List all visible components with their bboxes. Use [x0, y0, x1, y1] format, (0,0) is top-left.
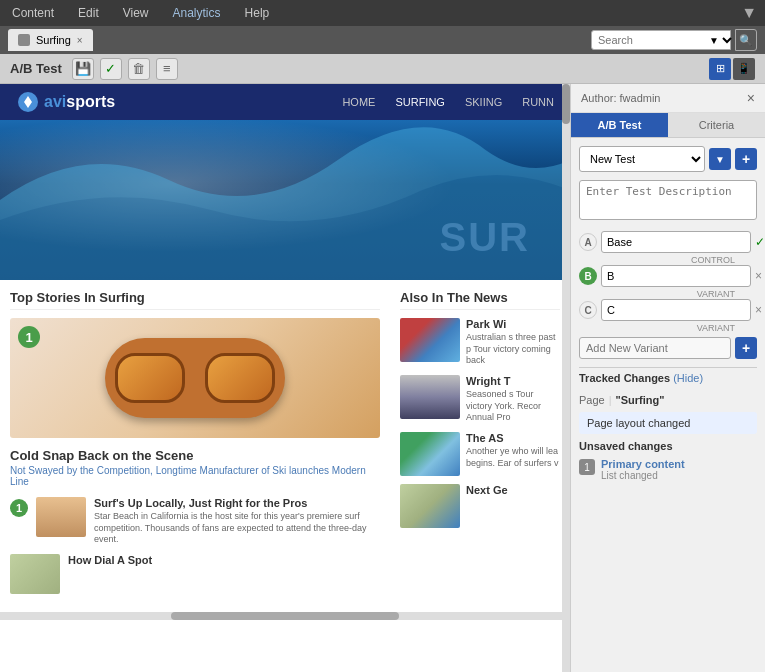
variant-c-input[interactable] — [601, 299, 751, 321]
small-text-1: Star Beach in California is the host sit… — [94, 511, 380, 546]
vertical-scrollbar[interactable] — [562, 84, 570, 672]
page-divider: | — [609, 394, 612, 406]
goggles-image — [10, 318, 380, 438]
hero-text: SUR — [440, 215, 530, 260]
search-dropdown[interactable]: ▼ — [705, 29, 735, 51]
right-article-3: The AS Another ye who will lea begins. E… — [400, 432, 560, 476]
unsaved-sub: List changed — [601, 470, 685, 481]
nav-surfing[interactable]: SURFING — [395, 96, 445, 108]
nav-home[interactable]: HOME — [342, 96, 375, 108]
desktop-view-icon[interactable]: ⊞ — [709, 58, 731, 80]
panel-tabs: A/B Test Criteria — [571, 113, 765, 138]
dropdown-button[interactable]: ▼ — [709, 148, 731, 170]
add-variant-row: + — [579, 337, 757, 359]
right-content-3: The AS Another ye who will lea begins. E… — [466, 432, 560, 476]
test-selector-row: New Test ▼ + — [579, 146, 757, 172]
horizontal-scrollbar[interactable] — [0, 612, 570, 620]
tab-ab-test[interactable]: A/B Test — [571, 113, 668, 137]
menu-view[interactable]: View — [119, 4, 153, 22]
add-variant-button[interactable]: + — [735, 337, 757, 359]
variant-b-badge: B — [579, 267, 597, 285]
variant-a-input[interactable] — [601, 231, 751, 253]
layout-button[interactable]: ≡ — [156, 58, 178, 80]
ab-test-label: A/B Test — [10, 61, 62, 76]
tab-criteria[interactable]: Criteria — [668, 113, 765, 137]
unsaved-content: Primary content List changed — [601, 458, 685, 481]
right-panel: Author: fwadmin × A/B Test Criteria New … — [570, 84, 765, 672]
hero-image: SUR — [0, 120, 570, 280]
view-icons: ⊞ 📱 — [709, 58, 755, 80]
windsurfer-image-1 — [400, 318, 460, 362]
scroll-thumb[interactable] — [562, 84, 570, 124]
panel-close-button[interactable]: × — [747, 90, 755, 106]
tab-close-icon[interactable]: × — [77, 35, 83, 46]
main-article-title: Cold Snap Back on the Scene — [10, 448, 380, 463]
small-article-1: 1 Surf's Up Locally, Just Right for the … — [10, 497, 380, 546]
right-content-1: Park Wi Australian s three past p Tour v… — [466, 318, 560, 367]
menu-bar-right: ▼ — [741, 4, 757, 22]
content-right: Also In The News Park Wi Australian s th… — [400, 290, 560, 602]
horizontal-scroll-thumb[interactable] — [171, 612, 399, 620]
person-image — [36, 497, 86, 537]
right-img-1 — [400, 318, 460, 362]
content-body: Top Stories In Surfing 1 Cold Snap Back … — [0, 280, 570, 612]
small-title-2: How Dial A Spot — [68, 554, 380, 566]
nav-running[interactable]: RUNN — [522, 96, 554, 108]
panel-header: Author: fwadmin × — [571, 84, 765, 113]
page-name: "Surfing" — [616, 394, 665, 406]
variant-a-label: CONTROL — [579, 255, 757, 265]
tab-bar-right: ▼ 🔍 — [591, 29, 757, 51]
panel-content: New Test ▼ + A ✓ CONTROL B — [571, 138, 765, 672]
right-title-3: The AS — [466, 432, 560, 444]
search-icon: 🔍 — [739, 34, 753, 47]
right-title-2: Wright T — [466, 375, 560, 387]
approve-button[interactable]: ✓ — [100, 58, 122, 80]
save-button[interactable]: 💾 — [72, 58, 94, 80]
surfing-tab[interactable]: Surfing × — [8, 29, 93, 51]
tab-favicon — [18, 34, 30, 46]
mobile-view-icon[interactable]: 📱 — [733, 58, 755, 80]
small-img-2 — [10, 554, 60, 594]
right-section-title: Also In The News — [400, 290, 560, 310]
site-header: avisports HOME SURFING SKIING RUNN — [0, 84, 570, 120]
toolbar: A/B Test 💾 ✓ 🗑 ≡ ⊞ 📱 — [0, 54, 765, 84]
menu-help[interactable]: Help — [241, 4, 274, 22]
right-article-1: Park Wi Australian s three past p Tour v… — [400, 318, 560, 367]
menu-indicator-icon: ▼ — [741, 4, 757, 21]
tab-label: Surfing — [36, 34, 71, 46]
page-label: Page — [579, 394, 605, 406]
delete-button[interactable]: 🗑 — [128, 58, 150, 80]
right-text-3: Another ye who will lea begins. Ear of s… — [466, 446, 560, 469]
test-select[interactable]: New Test — [579, 146, 705, 172]
variant-c-row: C × — [579, 299, 757, 321]
site-logo: avisports — [16, 90, 115, 114]
small-img-1 — [36, 497, 86, 537]
tracked-changes-header: Tracked Changes (Hide) — [579, 367, 757, 388]
search-button[interactable]: 🔍 — [735, 29, 757, 51]
add-variant-input[interactable] — [579, 337, 731, 359]
small-content-1: Surf's Up Locally, Just Right for the Pr… — [94, 497, 380, 546]
boards-image — [400, 375, 460, 419]
add-test-button[interactable]: + — [735, 148, 757, 170]
tracked-hide-button[interactable]: (Hide) — [673, 372, 703, 384]
small-content-2: How Dial A Spot — [68, 554, 380, 568]
menu-content[interactable]: Content — [8, 4, 58, 22]
main-article-subtitle: Not Swayed by the Competition, Longtime … — [10, 465, 380, 487]
menu-edit[interactable]: Edit — [74, 4, 103, 22]
test-description-input[interactable] — [579, 180, 757, 220]
menu-analytics[interactable]: Analytics — [169, 4, 225, 22]
variant-b-label: VARIANT — [579, 289, 757, 299]
nav-skiing[interactable]: SKIING — [465, 96, 502, 108]
right-img-3 — [400, 432, 460, 476]
right-title-1: Park Wi — [466, 318, 560, 330]
right-text-2: Seasoned s Tour victory York. Recor Annu… — [466, 389, 560, 424]
menu-bar: Content Edit View Analytics Help ▼ — [0, 0, 765, 26]
variant-b-input[interactable] — [601, 265, 751, 287]
logo-text: avisports — [44, 93, 115, 111]
unsaved-label: Unsaved changes — [579, 440, 757, 452]
lens-left — [115, 353, 185, 403]
variant-c-remove-icon[interactable]: × — [755, 303, 762, 317]
variant-b-remove-icon[interactable]: × — [755, 269, 762, 283]
right-content-2: Wright T Seasoned s Tour victory York. R… — [466, 375, 560, 424]
variant-a-section: A ✓ CONTROL — [579, 231, 757, 265]
